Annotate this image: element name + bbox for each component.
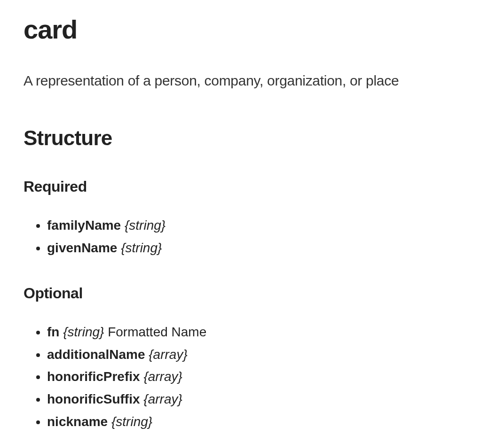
list-item: additionalName {array} — [47, 343, 480, 366]
prop-type: {array} — [143, 392, 182, 406]
prop-type: {string} — [121, 241, 162, 255]
required-heading: Required — [24, 178, 480, 195]
schema-description: A representation of a person, company, o… — [24, 73, 480, 89]
prop-name: fn — [47, 325, 59, 339]
prop-name: honorificPrefix — [47, 369, 140, 384]
list-item: fn {string} Formatted Name — [47, 321, 480, 343]
list-item: givenName {string} — [47, 237, 480, 259]
optional-list: fn {string} Formatted Name additionalNam… — [24, 321, 480, 433]
required-list: familyName {string} givenName {string} — [24, 214, 480, 259]
list-item: honorificPrefix {array} — [47, 365, 480, 388]
prop-name: givenName — [47, 241, 117, 255]
prop-type: {array} — [143, 369, 182, 384]
structure-heading: Structure — [24, 126, 480, 150]
list-item: familyName {string} — [47, 214, 480, 237]
prop-type: {string} — [125, 218, 165, 233]
prop-name: nickname — [47, 414, 108, 429]
prop-type: {array} — [149, 347, 188, 362]
page-title: card — [24, 14, 480, 45]
list-item: honorificSuffix {array} — [47, 388, 480, 411]
prop-type: {string} — [63, 325, 104, 339]
prop-type: {string} — [111, 414, 152, 429]
prop-name: honorificSuffix — [47, 392, 140, 406]
prop-name: additionalName — [47, 347, 145, 362]
list-item: nickname {string} — [47, 411, 480, 433]
optional-heading: Optional — [24, 285, 480, 302]
prop-name: familyName — [47, 218, 121, 233]
prop-desc: Formatted Name — [108, 325, 206, 339]
